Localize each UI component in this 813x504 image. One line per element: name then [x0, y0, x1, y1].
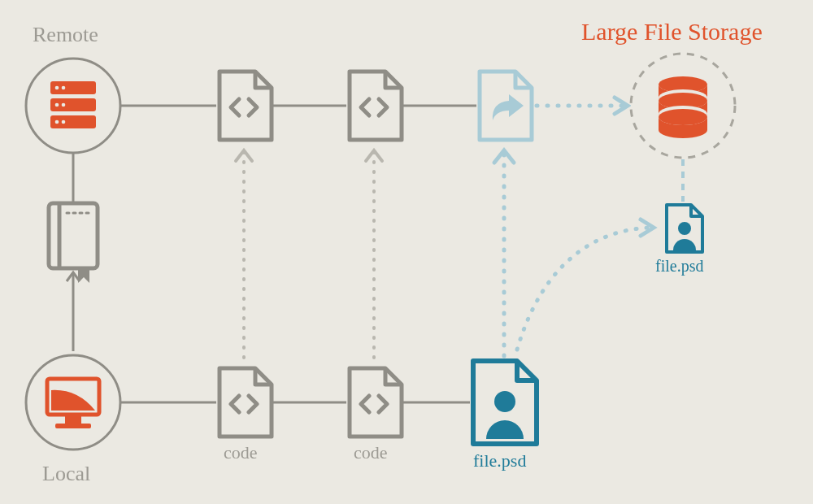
filepsd-small-label: file.psd: [655, 257, 703, 276]
svg-rect-25: [65, 416, 81, 424]
remote-label: Remote: [33, 23, 98, 47]
svg-point-35: [659, 109, 707, 125]
svg-point-19: [55, 103, 59, 107]
code-label: code: [354, 442, 388, 463]
pointer-file-icon: [480, 72, 532, 140]
diagram-connectors: [0, 0, 813, 504]
database-icon: [659, 76, 707, 138]
code-file-icon: [220, 72, 272, 140]
svg-point-20: [62, 103, 66, 107]
svg-point-18: [62, 86, 66, 90]
code-file-icon: [350, 368, 402, 437]
svg-point-22: [62, 120, 66, 124]
svg-point-37: [678, 222, 691, 235]
server-icon: [50, 81, 96, 128]
svg-rect-26: [55, 424, 91, 428]
filepsd-label: file.psd: [473, 450, 526, 471]
code-file-icon: [350, 72, 402, 140]
code-file-icon: [220, 368, 272, 437]
storage-node: [631, 54, 735, 158]
local-label: Local: [42, 462, 90, 486]
remote-node: [26, 59, 120, 153]
svg-point-21: [55, 120, 59, 124]
lfs-title-label: Large File Storage: [581, 18, 763, 46]
image-file-small-icon: [667, 205, 702, 252]
svg-point-17: [55, 86, 59, 90]
svg-point-36: [494, 391, 515, 412]
image-file-icon: [473, 361, 537, 444]
code-label: code: [224, 442, 258, 463]
local-node: [26, 355, 120, 450]
